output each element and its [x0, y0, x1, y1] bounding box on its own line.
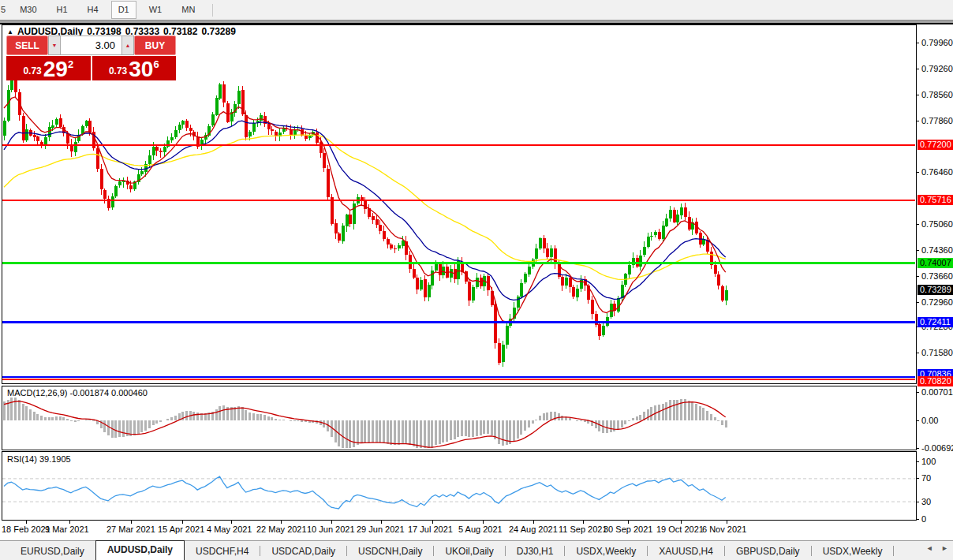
chart-tab-bar: EURUSD,DailyAUDUSD,DailyUSDCHF,H4USDCAD,… [0, 540, 953, 560]
date-label-27-mar-2021: 27 Mar 2021 [107, 525, 155, 534]
buy-price-box[interactable]: 0.73 30 6 [92, 56, 177, 80]
date-label-19-oct-2021: 19 Oct 2021 [656, 525, 704, 534]
sell-price-prefix: 0.73 [23, 65, 41, 77]
tab-usdx-weekly[interactable]: USDX,Weekly [565, 543, 647, 560]
date-label-17-jul-2021: 17 Jul 2021 [408, 525, 453, 534]
rsi-tick-30: 30 [921, 497, 931, 507]
date-label-24-aug-2021: 24 Aug 2021 [509, 525, 558, 534]
macd-tick-0.00: 0.00 [921, 416, 938, 426]
date-label-11-sep-2021: 11 Sep 2021 [559, 525, 607, 534]
one-click-trading-panel: SELL ▼ 3.00 ▲ BUY 0.73 29 2 0.73 30 6 [6, 35, 176, 80]
macd-label: MACD(12,26,9) -0.001874 0.000460 [7, 388, 148, 398]
tab-dj30-h1[interactable]: DJ30,H1 [506, 543, 565, 560]
tab-audusd-daily[interactable]: AUDUSD,Daily [95, 540, 185, 560]
price-tick-0.75060: 0.75060 [921, 219, 953, 230]
sell-price-box[interactable]: 0.73 29 2 [6, 56, 91, 80]
date-label-22-may-2021: 22 May 2021 [256, 525, 307, 534]
price-tick-0.79960: 0.79960 [921, 38, 953, 48]
date-label-6-nov-2021: 6 Nov 2021 [702, 525, 746, 534]
chart-canvas[interactable] [0, 0, 953, 560]
trade-prices-row: 0.73 29 2 0.73 30 6 [6, 56, 176, 80]
date-label-18-feb-2021: 18 Feb 2021 [2, 525, 50, 534]
sell-button[interactable]: SELL [6, 35, 48, 55]
price-tick-0.76460: 0.76460 [921, 167, 953, 177]
volume-decrease-button[interactable]: ▼ [48, 35, 61, 55]
date-label-10-jun-2021: 10 Jun 2021 [307, 525, 355, 534]
date-label-29-jun-2021: 29 Jun 2021 [357, 525, 405, 534]
date-label-4-may-2021: 4 May 2021 [207, 525, 252, 534]
tab-scroll-left-icon[interactable]: ◄ [926, 544, 933, 552]
tab-gbpusd-daily[interactable]: GBPUSD,Daily [725, 543, 811, 560]
price-tag-0.70820: 0.70820 [917, 376, 953, 386]
buy-price-prefix: 0.73 [109, 65, 127, 77]
price-tag-0.72411: 0.72411 [917, 317, 953, 327]
price-tick-0.77860: 0.77860 [921, 116, 953, 126]
macd-tick--0.006923: -0.006923 [921, 443, 953, 454]
buy-price-pip: 6 [153, 58, 159, 70]
collapse-icon[interactable]: ▲ [7, 28, 13, 35]
price-tick-0.72960: 0.72960 [921, 297, 953, 308]
tab-usdcad-daily[interactable]: USDCAD,Daily [260, 543, 346, 560]
tab-ukoil-daily[interactable]: UKOil,Daily [434, 543, 504, 560]
price-tick-0.78560: 0.78560 [921, 90, 953, 100]
tab-divider [893, 546, 894, 556]
rsi-tick-70: 70 [921, 473, 931, 483]
price-tag-0.77200: 0.77200 [917, 140, 953, 150]
chart-close: 0.73289 [201, 26, 235, 37]
rsi-label: RSI(14) 39.1905 [7, 454, 71, 464]
price-tag-0.75716: 0.75716 [917, 195, 953, 205]
date-label-15-apr-2021: 15 Apr 2021 [158, 525, 204, 534]
sell-price-pip: 2 [68, 58, 73, 70]
macd-tick-0.007015: 0.007015 [921, 387, 953, 398]
buy-price-big: 30 [129, 59, 153, 80]
tab-usdx-weekly[interactable]: USDX,Weekly [812, 543, 894, 560]
price-tick-0.73660: 0.73660 [921, 271, 953, 282]
volume-input[interactable]: 3.00 [61, 35, 121, 55]
rsi-tick-0: 0 [921, 514, 926, 525]
buy-button[interactable]: BUY [134, 35, 176, 55]
price-tag-0.73289: 0.73289 [917, 285, 953, 295]
price-tag-0.74007: 0.74007 [917, 258, 953, 268]
rsi-tick-100: 100 [921, 457, 936, 467]
date-label-9-mar-2021: 9 Mar 2021 [45, 525, 89, 534]
mt4-window: 5M30H1H4D1W1MN ▲ AUDUSD,Daily 0.73198 0.… [0, 0, 953, 560]
price-tick-0.71580: 0.71580 [921, 348, 953, 358]
tab-xauusd-h4[interactable]: XAUUSD,H4 [648, 543, 724, 560]
price-tick-0.79260: 0.79260 [921, 64, 953, 74]
trade-controls-row: SELL ▼ 3.00 ▲ BUY [6, 35, 176, 55]
tab-usdchf-h4[interactable]: USDCHF,H4 [185, 543, 260, 560]
date-label-5-aug-2021: 5 Aug 2021 [458, 525, 503, 534]
volume-increase-button[interactable]: ▲ [121, 35, 134, 55]
tab-scroll-right-icon[interactable]: ► [941, 544, 948, 552]
date-label-30-sep-2021: 30 Sep 2021 [604, 525, 652, 534]
tab-scroll-arrows: ◄ ► [920, 544, 948, 552]
sell-price-big: 29 [43, 59, 68, 80]
tab-usdcnh-daily[interactable]: USDCNH,Daily [347, 543, 433, 560]
tab-eurusd-daily[interactable]: EURUSD,Daily [9, 543, 95, 560]
price-tick-0.74360: 0.74360 [921, 245, 953, 256]
